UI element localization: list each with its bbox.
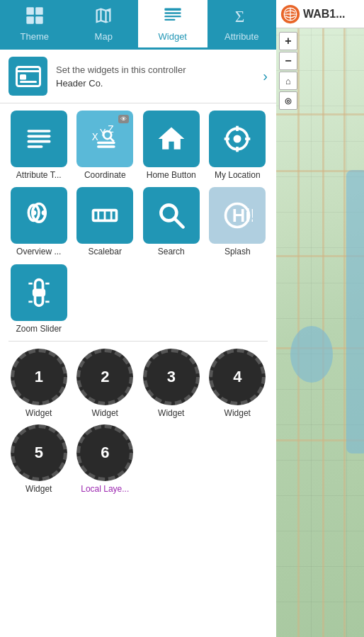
theme-tab-icon [25, 6, 45, 28]
search-label: Search [158, 247, 185, 257]
controller-arrow-icon[interactable]: › [263, 68, 268, 84]
widget-search[interactable]: Search [141, 187, 202, 257]
badge-num-4: 4 [233, 368, 241, 386]
badge-num-1: 1 [35, 368, 43, 386]
wab-title: WAB1... [303, 8, 346, 21]
svg-point-25 [234, 135, 241, 143]
numbered-tile-1: 1 [11, 349, 67, 405]
home-map-button[interactable]: ⌂ [279, 72, 297, 90]
wab-logo-icon [280, 4, 300, 24]
theme-tab-label: Theme [21, 31, 49, 42]
road-h1 [276, 113, 364, 115]
road-v3 [343, 28, 346, 637]
svg-rect-15 [27, 140, 50, 143]
controller-name: Header Co. [56, 78, 263, 89]
zoom-out-button[interactable]: − [279, 52, 297, 70]
widget-scalebar[interactable]: Scalebar [75, 187, 136, 257]
widget-overview[interactable]: Overview ... [8, 187, 69, 257]
my-location-label: My Location [215, 170, 261, 180]
widget-splash[interactable]: Hi! Splash [207, 187, 268, 257]
numbered-widget-5[interactable]: 5 Widget [8, 424, 69, 494]
svg-text:Σ: Σ [235, 7, 245, 26]
numbered-widget-4[interactable]: 4 Widget [207, 349, 268, 418]
widget-grid-row2: Overview ... Scalebar [8, 187, 268, 257]
home-button-tile [143, 111, 200, 167]
water-body [346, 170, 364, 453]
home-button-label: Home Button [147, 170, 196, 180]
svg-rect-3 [35, 16, 42, 23]
svg-rect-0 [26, 7, 34, 14]
svg-rect-13 [27, 130, 50, 133]
tab-widget[interactable]: Widget [138, 0, 207, 50]
tab-theme[interactable]: Theme [0, 0, 69, 50]
tab-attribute[interactable]: Σ Attribute [207, 0, 277, 50]
zoom-slider-label: Zoom Slider [16, 324, 62, 334]
numbered-widget-grid: 1 Widget 2 Widget 3 Widget 4 [8, 349, 268, 494]
lake [290, 326, 333, 383]
splash-tile: Hi! [209, 187, 266, 244]
widget-area: Attribute T... 👁 X Y Z Coordinate [0, 103, 276, 637]
numbered-widget-6[interactable]: 6 Local Laye... [75, 424, 136, 494]
svg-rect-11 [20, 74, 26, 80]
svg-line-23 [110, 137, 114, 141]
svg-rect-16 [27, 145, 42, 148]
map-background [276, 28, 364, 637]
numbered-tile-4: 4 [209, 349, 266, 405]
badge-num-5: 5 [35, 444, 43, 462]
svg-rect-1 [35, 7, 42, 14]
svg-rect-12 [20, 81, 37, 83]
widget-tab-label: Widget [159, 31, 187, 42]
numbered-label-6: Local Laye... [81, 484, 129, 494]
numbered-label-3: Widget [158, 408, 184, 418]
widget-zoom-slider[interactable]: Zoom Slider [8, 264, 69, 334]
widget-grid-row3: Zoom Slider [8, 264, 268, 334]
search-tile [143, 187, 200, 244]
overview-tile [11, 187, 67, 244]
widget-tab-icon [163, 6, 183, 28]
svg-text:Hi!: Hi! [232, 206, 253, 226]
overview-label: Overview ... [16, 247, 61, 257]
svg-rect-6 [164, 16, 181, 17]
numbered-widget-2[interactable]: 2 Widget [75, 349, 136, 418]
svg-rect-7 [164, 19, 175, 21]
locate-button[interactable]: ◎ [279, 91, 297, 110]
numbered-label-5: Widget [25, 484, 52, 494]
numbered-tile-6: 6 [76, 424, 133, 481]
svg-rect-20 [97, 142, 115, 145]
my-location-tile [209, 111, 266, 167]
scalebar-tile [76, 187, 133, 244]
widget-attribute[interactable]: Attribute T... [8, 111, 69, 180]
tab-map[interactable]: Map [69, 0, 139, 50]
map-tab-icon [93, 6, 113, 28]
numbered-tile-5: 5 [11, 424, 67, 481]
wab-header: WAB1... [276, 0, 364, 28]
zoom-slider-tile [11, 264, 67, 321]
numbered-widget-1[interactable]: 1 Widget [8, 349, 69, 418]
numbered-label-2: Widget [92, 408, 118, 418]
svg-rect-43 [33, 288, 45, 296]
numbered-label-4: Widget [224, 408, 251, 418]
widget-coordinate[interactable]: 👁 X Y Z Coordinate [75, 111, 136, 180]
numbered-widget-3[interactable]: 3 Widget [141, 349, 202, 418]
svg-text:X: X [92, 130, 98, 142]
widget-home-button[interactable]: Home Button [141, 111, 202, 180]
attribute-tab-icon: Σ [232, 6, 251, 28]
badge-num-6: 6 [101, 444, 109, 462]
widget-grid-row1: Attribute T... 👁 X Y Z Coordinate [8, 111, 268, 180]
numbered-tile-2: 2 [76, 349, 133, 405]
divider-1 [8, 341, 268, 342]
numbered-tile-3: 3 [143, 349, 200, 405]
right-panel: WAB1... + − ⌂ ◎ [276, 0, 364, 637]
controller-text-area: Set the widgets in this controller Heade… [56, 64, 263, 89]
map-controls: + − ⌂ ◎ [279, 32, 297, 110]
zoom-in-button[interactable]: + [279, 32, 297, 50]
controller-banner[interactable]: Set the widgets in this controller Heade… [0, 50, 276, 103]
splash-label: Splash [224, 247, 251, 257]
controller-icon [8, 57, 47, 96]
attribute-tab-label: Attribute [224, 31, 258, 42]
svg-point-32 [31, 210, 36, 215]
attribute-label: Attribute T... [16, 170, 62, 180]
map-tab-label: Map [95, 31, 113, 42]
coordinate-tile: 👁 X Y Z [76, 111, 133, 167]
widget-my-location[interactable]: My Location [207, 111, 268, 180]
